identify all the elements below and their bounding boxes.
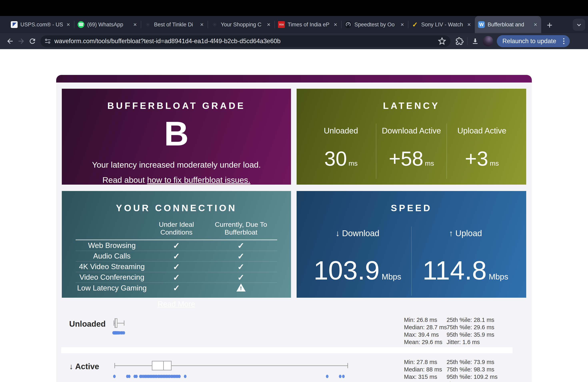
- back-arrow-icon: [6, 37, 14, 45]
- latency-sample-dot: [135, 375, 138, 378]
- connection-current-cell: ✓: [205, 272, 277, 282]
- tab-times-of-india-ep[interactable]: TOITimes of India eP×: [275, 16, 341, 33]
- your-connection-card: YOUR CONNECTION Under Ideal Conditions C…: [62, 191, 291, 298]
- chart-row-separator: [61, 347, 513, 353]
- connection-ideal-cell: ✓: [148, 272, 205, 282]
- tab-close-button[interactable]: ×: [466, 21, 472, 28]
- check-icon: ✓: [173, 273, 180, 282]
- site-settings-icon[interactable]: [43, 37, 52, 46]
- connection-row-web-browsing: Web Browsing✓✓: [76, 240, 277, 251]
- connection-current-cell: [205, 283, 277, 293]
- check-icon: ✓: [237, 251, 244, 261]
- usps-eagle-shape: [13, 22, 17, 27]
- chevron-down-icon: [575, 21, 583, 29]
- tab-speedtest-by-oo[interactable]: Speedtest by Oo×: [342, 16, 408, 33]
- tab-your-shopping-c[interactable]: ✳Your Shopping C×: [208, 16, 274, 33]
- speed-col-label: ↑ Upload: [412, 229, 519, 238]
- tab-search-button[interactable]: [573, 19, 585, 31]
- stat-line: 95th %ile: 109.2 ms: [447, 373, 498, 381]
- connection-row-label: Audio Calls: [76, 252, 148, 260]
- chart-stats-left: Min: 26.8 msMedian: 28.7 msMax: 39.4 msM…: [404, 316, 447, 346]
- latency-sample-dot: [122, 331, 125, 335]
- chart-row-active: ↓ ActiveMin: 27.8 msMedian: 88 msMax: 31…: [56, 353, 532, 382]
- reload-button[interactable]: [27, 36, 38, 47]
- stat-line: Mean: 29.6 ms: [404, 339, 447, 346]
- bookmark-button[interactable]: [437, 36, 447, 46]
- chart-stats-right: 25th %ile: 28.1 ms75th %ile: 29.6 ms95th…: [447, 316, 494, 346]
- tab-close-button[interactable]: ×: [533, 21, 538, 28]
- grade-line2-prefix: Read about: [102, 175, 147, 185]
- tab-title: Your Shopping C: [221, 21, 263, 28]
- speed-col-label: ↓ Download: [303, 229, 411, 238]
- tab-strip: USPS.com® - US×☎(69) WhatsApp×✳Best of T…: [0, 16, 541, 33]
- waveform-favicon: W: [478, 21, 485, 28]
- tab-69-whatsapp[interactable]: ☎(69) WhatsApp×: [74, 16, 141, 33]
- toolbar-actions: Relaunch to update: [454, 35, 570, 47]
- tab-bufferbloat-and[interactable]: WBufferbloat and×: [475, 16, 541, 33]
- latency-col-unloaded: Unloaded30ms: [306, 123, 376, 179]
- forward-button[interactable]: [16, 36, 27, 47]
- tab-title: Best of Tinkle Di: [154, 21, 196, 28]
- latency-card: LATENCY Unloaded30msDownload Active+58ms…: [297, 89, 526, 185]
- box: [152, 361, 172, 370]
- latency-sample-dot: [113, 375, 116, 378]
- connection-ideal-cell: ✓: [148, 283, 205, 293]
- toolbar-separator: [467, 37, 468, 45]
- result-cards: BUFFERBLOAT GRADE B Your latency increas…: [62, 89, 526, 298]
- stat-line: Max: 315 ms: [404, 373, 442, 381]
- chart-row-label: Unloaded: [69, 320, 105, 328]
- connection-header-ideal: Under Ideal Conditions: [148, 221, 205, 236]
- extensions-button[interactable]: [454, 36, 465, 47]
- check-icon: ✓: [237, 262, 244, 271]
- latency-col-value: +58ms: [376, 149, 446, 169]
- latency-col-upload-active: Upload Active+3ms: [447, 123, 517, 179]
- download-icon: [471, 37, 479, 45]
- stat-line: Mean: 88 ms: [404, 381, 442, 382]
- new-tab-button[interactable]: [544, 19, 555, 31]
- menu-dots-icon[interactable]: [560, 37, 568, 46]
- connection-current-cell: ✓: [205, 251, 277, 261]
- tab-usps-com-us[interactable]: USPS.com® - US×: [8, 16, 74, 33]
- chart-row-label: ↓ Active: [69, 362, 99, 371]
- results-container: BUFFERBLOAT GRADE B Your latency increas…: [56, 75, 532, 382]
- speed-card-title: SPEED: [391, 203, 432, 213]
- tab-close-button[interactable]: ×: [132, 21, 138, 28]
- whisker-cap-min: [114, 321, 114, 326]
- latency-sample-dot: [342, 375, 345, 378]
- connection-row-video-conferencing: Video Conferencing✓✓: [76, 272, 277, 283]
- address-bar[interactable]: waveform.com/tools/bufferbloat?test-id=a…: [41, 35, 450, 47]
- back-button[interactable]: [4, 36, 16, 47]
- speedtest-favicon: [345, 21, 352, 28]
- check-icon: ✓: [173, 251, 180, 261]
- chart-stats-left: Min: 27.8 msMedian: 88 msMax: 315 msMean…: [404, 358, 442, 382]
- connection-ideal-cell: ✓: [148, 241, 205, 250]
- url-text[interactable]: waveform.com/tools/bufferbloat?test-id=a…: [54, 38, 437, 45]
- connection-ideal-cell: ✓: [148, 262, 205, 272]
- tab-sony-liv-watch[interactable]: ✓Sony LIV - Watch×: [408, 16, 475, 33]
- check-icon: ✓: [173, 283, 180, 293]
- grade-line2: Read about how to fix bufferbloat issues…: [92, 173, 261, 188]
- median-line: [115, 318, 116, 328]
- connection-row-4k-video-streaming: 4K Video Streaming✓✓: [76, 262, 277, 272]
- tab-close-button[interactable]: ×: [66, 21, 71, 28]
- tab-best-of-tinkle-di[interactable]: ✳Best of Tinkle Di×: [141, 16, 208, 33]
- relaunch-to-update-button[interactable]: Relaunch to update: [497, 35, 570, 47]
- connection-current-cell: ✓: [205, 241, 277, 250]
- connection-ideal-cell: ✓: [148, 251, 205, 261]
- tab-close-button[interactable]: ×: [199, 21, 204, 28]
- whisker-cap-max: [124, 321, 125, 326]
- check-icon: ✓: [173, 262, 180, 271]
- profile-avatar[interactable]: [483, 36, 493, 46]
- tab-close-button[interactable]: ×: [399, 21, 405, 28]
- latency-col-value: +3ms: [447, 149, 517, 169]
- star-icon: [438, 37, 446, 45]
- downloads-button[interactable]: [470, 36, 481, 47]
- grade-description: Your latency increased moderately under …: [92, 157, 261, 188]
- tab-close-button[interactable]: ×: [266, 21, 271, 28]
- puzzle-icon: [456, 37, 463, 45]
- bufferbloat-grade-card: BUFFERBLOAT GRADE B Your latency increas…: [62, 89, 291, 185]
- fix-bufferbloat-link[interactable]: how to fix bufferbloat issues.: [147, 175, 251, 185]
- median-line: [163, 361, 164, 370]
- stat-line: 75th %ile: 29.6 ms: [447, 324, 494, 331]
- tab-close-button[interactable]: ×: [333, 21, 338, 28]
